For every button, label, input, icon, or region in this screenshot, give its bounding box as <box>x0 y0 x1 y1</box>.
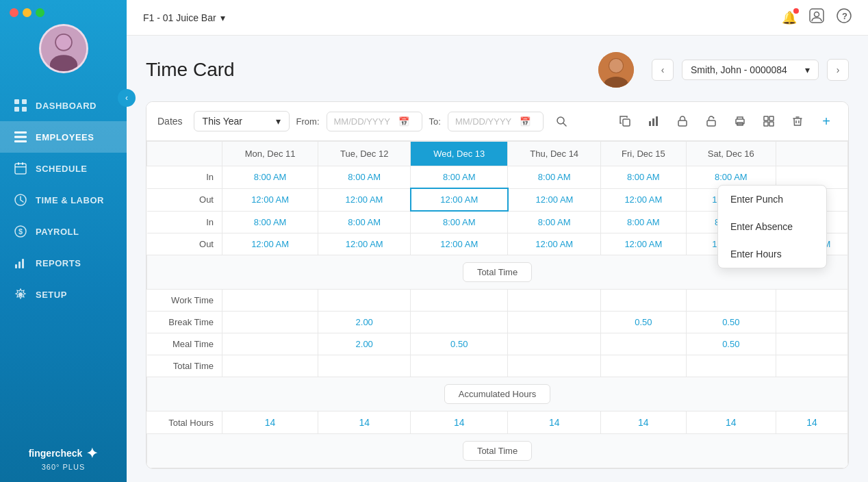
to-date-input[interactable]: MM/DD/YYYY 📅 <box>448 112 544 131</box>
next-employee-button[interactable]: › <box>827 59 849 81</box>
user-profile-icon[interactable] <box>809 8 824 27</box>
out2-mon[interactable]: 12:00 AM <box>222 233 318 255</box>
notification-icon[interactable]: 🔔 <box>782 10 797 25</box>
in2-mon[interactable]: 8:00 AM <box>222 211 318 233</box>
day-header-sat: Sat, Dec 16 <box>686 142 776 166</box>
sidebar-item-schedule-label: Schedule <box>36 164 88 174</box>
bottom-total-time-section-label: Total Time <box>463 441 532 461</box>
to-label: To: <box>429 116 441 127</box>
prev-employee-button[interactable]: ‹ <box>652 59 674 81</box>
enter-absence-item[interactable]: Enter Absence <box>718 213 826 240</box>
sidebar-item-reports[interactable]: Reports <box>0 247 127 279</box>
employee-selector-chevron-icon: ▾ <box>805 64 810 75</box>
from-date-input[interactable]: MM/DD/YYYY 📅 <box>327 112 422 131</box>
add-dropdown-menu: Enter Punch Enter Absence Enter Hours <box>717 185 827 268</box>
in2-thu[interactable]: 8:00 AM <box>508 211 601 233</box>
meal-time-wed[interactable]: 0.50 <box>411 333 508 355</box>
out1-fri[interactable]: 12:00 AM <box>601 188 687 211</box>
calendar-to-icon[interactable]: 📅 <box>520 116 531 127</box>
svg-rect-31 <box>623 119 630 126</box>
total-time-sat <box>686 355 776 377</box>
meal-time-sat[interactable]: 0.50 <box>686 333 776 355</box>
add-button[interactable]: + <box>815 110 837 132</box>
in2-tue[interactable]: 8:00 AM <box>318 211 411 233</box>
total-hours-tue[interactable]: 14 <box>318 411 411 434</box>
chart-button[interactable] <box>643 110 665 132</box>
work-time-fri <box>601 290 687 312</box>
work-time-row: Work Time <box>147 290 848 312</box>
employee-selector[interactable]: Smith, John - 0000084 ▾ <box>682 60 819 80</box>
total-hours-sat[interactable]: 14 <box>686 411 776 434</box>
total-hours-label: Total Hours <box>147 411 222 434</box>
sidebar-item-employees[interactable]: Employees <box>0 121 127 153</box>
grid-button[interactable] <box>758 110 780 132</box>
total-hours-extra[interactable]: 14 <box>776 411 847 434</box>
meal-time-fri <box>601 333 687 355</box>
enter-punch-item[interactable]: Enter Punch <box>718 186 826 213</box>
search-button[interactable] <box>550 110 572 132</box>
out1-thu[interactable]: 12:00 AM <box>508 188 601 211</box>
unlock-button[interactable] <box>700 110 722 132</box>
brand-name: fingercheck <box>29 448 83 459</box>
svg-rect-5 <box>22 99 27 104</box>
out2-label: Out <box>147 233 222 255</box>
in2-label: In <box>147 211 222 233</box>
sidebar-item-payroll[interactable]: $ Payroll <box>0 216 127 247</box>
day-header-tue: Tue, Dec 12 <box>318 142 411 166</box>
svg-text:?: ? <box>842 11 847 21</box>
lock-button[interactable] <box>672 110 693 132</box>
sidebar-collapse-button[interactable]: ‹ <box>118 89 136 107</box>
out1-wed[interactable]: 12:00 AM <box>411 188 508 211</box>
calendar-from-icon[interactable]: 📅 <box>398 116 409 127</box>
in2-fri[interactable]: 8:00 AM <box>601 211 687 233</box>
date-range-value: This Year <box>203 116 242 127</box>
print-button[interactable] <box>729 110 751 132</box>
topbar-icons: 🔔 ? <box>782 8 852 27</box>
in1-thu[interactable]: 8:00 AM <box>508 166 601 189</box>
in1-mon[interactable]: 8:00 AM <box>222 166 318 189</box>
break-time-sat[interactable]: 0.50 <box>686 312 776 333</box>
out2-fri[interactable]: 12:00 AM <box>601 233 687 255</box>
sidebar-item-setup[interactable]: Setup <box>0 279 127 310</box>
out2-wed[interactable]: 12:00 AM <box>411 233 508 255</box>
page-header: Time Card ‹ Smith, John - 0000084 ▾ › <box>146 52 849 88</box>
extra-header <box>776 142 847 166</box>
total-hours-fri[interactable]: 14 <box>601 411 687 434</box>
out2-tue[interactable]: 12:00 AM <box>318 233 411 255</box>
out2-thu[interactable]: 12:00 AM <box>508 233 601 255</box>
break-time-wed <box>411 312 508 333</box>
traffic-light-green[interactable] <box>36 8 44 17</box>
day-header-fri: Fri, Dec 15 <box>601 142 687 166</box>
in1-tue[interactable]: 8:00 AM <box>318 166 411 189</box>
enter-hours-item[interactable]: Enter Hours <box>718 240 826 268</box>
total-hours-mon[interactable]: 14 <box>222 411 318 434</box>
svg-rect-32 <box>649 121 651 126</box>
in1-fri[interactable]: 8:00 AM <box>601 166 687 189</box>
help-icon[interactable]: ? <box>837 8 852 27</box>
date-range-chevron-icon: ▾ <box>276 116 281 127</box>
sidebar-item-dashboard[interactable]: Dashboard <box>0 90 127 121</box>
brand-logo: fingercheck ✦ <box>29 445 99 461</box>
break-time-tue[interactable]: 2.00 <box>318 312 411 333</box>
sidebar-item-schedule[interactable]: Schedule <box>0 153 127 184</box>
dates-label: Dates <box>157 116 183 127</box>
total-hours-wed[interactable]: 14 <box>411 411 508 434</box>
svg-rect-10 <box>14 140 27 142</box>
traffic-light-yellow[interactable] <box>23 8 31 17</box>
svg-rect-36 <box>707 120 715 126</box>
meal-time-tue[interactable]: 2.00 <box>318 333 411 355</box>
traffic-light-red[interactable] <box>10 8 18 17</box>
break-time-fri[interactable]: 0.50 <box>601 312 687 333</box>
in1-wed[interactable]: 8:00 AM <box>411 166 508 189</box>
sidebar-item-time-labor[interactable]: Time & Labor <box>0 184 127 216</box>
in2-wed[interactable]: 8:00 AM <box>411 211 508 233</box>
copy-button[interactable] <box>614 110 636 132</box>
date-range-selector[interactable]: This Year ▾ <box>194 111 290 131</box>
out1-mon[interactable]: 12:00 AM <box>222 188 318 211</box>
location-selector[interactable]: F1 - 01 Juice Bar ▾ <box>143 12 225 23</box>
svg-rect-12 <box>18 162 19 165</box>
total-hours-thu[interactable]: 14 <box>508 411 601 434</box>
out1-tue[interactable]: 12:00 AM <box>318 188 411 211</box>
delete-button[interactable] <box>787 110 808 132</box>
svg-rect-18 <box>15 264 17 268</box>
